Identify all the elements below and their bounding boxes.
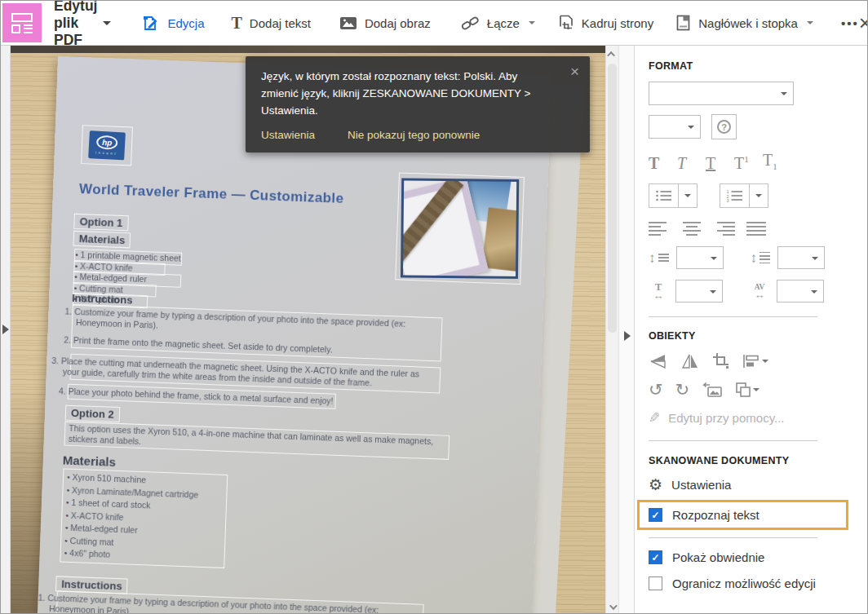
underline-button[interactable]: T bbox=[706, 155, 734, 171]
font-size-select[interactable] bbox=[649, 115, 701, 139]
bulleted-list-button[interactable] bbox=[649, 183, 698, 208]
hp-logo-invent: invent bbox=[95, 151, 117, 156]
svg-text:3: 3 bbox=[726, 198, 728, 202]
add-image-button[interactable]: Dodaj obraz bbox=[339, 16, 431, 30]
edit-using-button[interactable]: ✎ Edytuj przy pomocy... bbox=[649, 409, 854, 426]
crop-pages-button[interactable]: Kadruj strony bbox=[558, 15, 653, 31]
italic-button[interactable]: T bbox=[677, 155, 706, 171]
bulleted-list-icon bbox=[649, 183, 679, 208]
frame-photo-thumbnail[interactable] bbox=[396, 173, 524, 283]
divider bbox=[649, 316, 817, 317]
numbered-list-dropdown[interactable] bbox=[750, 183, 768, 208]
scrollbar-thumb[interactable] bbox=[608, 64, 617, 333]
recognize-text-highlight: ✓ Rozpoznaj tekst bbox=[637, 500, 848, 530]
flip-horizontal-button[interactable] bbox=[680, 353, 700, 369]
subscript-button[interactable]: T1 bbox=[763, 152, 791, 171]
tool-title-dropdown[interactable]: Edytuj plik PDF bbox=[54, 0, 111, 49]
crop-page-icon bbox=[558, 15, 574, 31]
bulleted-list-dropdown[interactable] bbox=[679, 183, 698, 208]
format-panel: FORMAT ? T T T T1 T1 bbox=[635, 46, 867, 614]
align-justify-button[interactable] bbox=[746, 222, 768, 236]
show-bounding-checkbox[interactable]: ✓ bbox=[649, 550, 662, 564]
crop-object-button[interactable] bbox=[712, 352, 730, 370]
chevron-down-icon bbox=[103, 21, 111, 29]
chevron-down-icon bbox=[688, 126, 694, 132]
option2-intro[interactable]: This option uses the Xyron 510, a 4-in-o… bbox=[65, 422, 450, 459]
materials2-heading: Materials bbox=[63, 453, 117, 469]
header-footer-button[interactable]: Nagłówek i stopka bbox=[676, 15, 813, 31]
expand-panel-arrow-icon[interactable] bbox=[624, 331, 636, 341]
restrict-editing-label: Ogranicz możliwość edycji bbox=[672, 576, 816, 590]
scroll-down-button[interactable] bbox=[606, 600, 618, 613]
align-left-button[interactable] bbox=[649, 222, 670, 236]
link-chain-icon bbox=[461, 16, 480, 30]
edit-mode-button[interactable]: Edycja bbox=[142, 15, 204, 32]
show-bounding-label: Pokaż obwiednie bbox=[672, 550, 764, 564]
notification-settings-link[interactable]: Ustawienia bbox=[261, 129, 315, 141]
rotate-cw-button[interactable]: ↻ bbox=[675, 381, 690, 398]
link-button[interactable]: Łącze bbox=[461, 16, 535, 30]
option2-heading[interactable]: Option 2 bbox=[66, 406, 119, 422]
rotate-ccw-button[interactable]: ↺ bbox=[649, 381, 663, 398]
scroll-up-button[interactable] bbox=[606, 47, 618, 60]
horizontal-scale-select[interactable] bbox=[675, 280, 723, 303]
tool-mode-icon[interactable] bbox=[2, 3, 42, 42]
superscript-button[interactable]: T1 bbox=[734, 155, 763, 171]
option1-heading[interactable]: Option 1 bbox=[74, 214, 127, 230]
chevron-down-icon bbox=[811, 290, 817, 297]
photo-dark-edge bbox=[11, 46, 605, 53]
flip-horizontal-icon bbox=[680, 353, 700, 369]
add-text-label: Dodaj tekst bbox=[250, 16, 311, 30]
align-objects-button[interactable] bbox=[742, 353, 768, 369]
add-text-button[interactable]: T Dodaj tekst bbox=[232, 15, 311, 31]
vertical-scrollbar[interactable] bbox=[605, 46, 618, 614]
hp-logo-badge: hp invent bbox=[88, 130, 126, 160]
language-notification: Język, w którym został rozpoznany tekst:… bbox=[246, 56, 590, 152]
close-icon[interactable]: × bbox=[570, 64, 579, 79]
flip-vertical-icon bbox=[649, 353, 668, 369]
instructions1-list: 1. Customize your frame by typing a desc… bbox=[69, 305, 441, 417]
horizontal-scale-icon: T ↔ bbox=[649, 281, 668, 300]
restrict-editing-checkbox[interactable] bbox=[649, 576, 662, 590]
left-pane-strip[interactable] bbox=[1, 46, 11, 614]
chevron-down-icon bbox=[762, 360, 768, 366]
arrange-objects-button[interactable] bbox=[735, 382, 760, 398]
toolbar: Edytuj plik PDF Edycja T Dodaj tekst bbox=[1, 1, 867, 46]
close-icon: × bbox=[859, 12, 868, 33]
align-center-button[interactable] bbox=[681, 222, 702, 236]
materials2-list[interactable]: Xyron 510 machine Xyron Laminate/Magnet … bbox=[60, 470, 227, 568]
flip-vertical-button[interactable] bbox=[649, 353, 668, 369]
instructions2-heading[interactable]: Instructions bbox=[56, 576, 127, 593]
replace-image-button[interactable] bbox=[702, 382, 723, 398]
chevron-up-icon bbox=[607, 51, 615, 59]
frame-photo-image bbox=[401, 178, 519, 279]
instruction-item[interactable]: 3. Place the cutting mat underneath the … bbox=[71, 355, 441, 393]
font-family-select[interactable] bbox=[649, 82, 794, 105]
numbered-list-button[interactable]: 123 bbox=[720, 183, 768, 208]
close-toolbar-button[interactable]: × bbox=[859, 12, 868, 33]
character-spacing-select[interactable] bbox=[777, 280, 824, 303]
format-heading: FORMAT bbox=[649, 60, 854, 72]
line-spacing-select[interactable] bbox=[676, 246, 724, 269]
instruction-item[interactable]: 1. Customize your frame by typing a desc… bbox=[57, 591, 423, 614]
chevron-down-icon bbox=[755, 194, 762, 201]
paragraph-spacing-select[interactable] bbox=[777, 246, 825, 269]
bold-button[interactable]: T bbox=[649, 155, 677, 171]
notification-dismiss-link[interactable]: Nie pokazuj tego ponownie bbox=[348, 129, 480, 141]
scanned-settings-button[interactable]: ⚙ Ustawienia bbox=[649, 477, 854, 493]
check-icon: ✓ bbox=[651, 510, 659, 521]
acrobat-edit-pdf-window: Edytuj plik PDF Edycja T Dodaj tekst bbox=[0, 0, 868, 614]
recognize-text-checkbox[interactable]: ✓ bbox=[649, 508, 662, 522]
chevron-down-icon bbox=[812, 257, 818, 263]
hp-logo[interactable]: hp invent bbox=[82, 126, 132, 165]
chevron-down-icon bbox=[753, 388, 760, 395]
layout-glyph-lower bbox=[11, 24, 33, 33]
instruction-item[interactable]: 1. Customize your frame by typing a desc… bbox=[76, 307, 439, 341]
materials1-heading[interactable]: Materials bbox=[74, 232, 131, 247]
more-tools-button[interactable]: ••• bbox=[841, 16, 859, 30]
help-icon: ? bbox=[717, 120, 731, 134]
align-right-button[interactable] bbox=[714, 222, 735, 236]
format-help-button[interactable]: ? bbox=[711, 114, 737, 139]
check-icon: ✓ bbox=[651, 552, 659, 563]
edit-using-label: Edytuj przy pomocy... bbox=[668, 411, 784, 425]
